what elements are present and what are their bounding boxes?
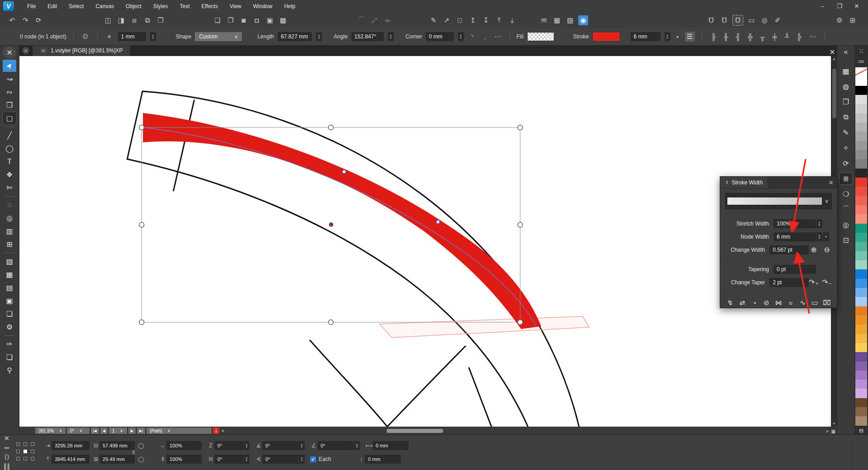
color-swatch[interactable] [855, 251, 867, 260]
rect-profile-icon[interactable]: ▭ [811, 298, 819, 308]
color-swatch[interactable] [855, 67, 867, 76]
node-width-stepper[interactable] [816, 232, 822, 241]
rotate-x-field[interactable]: 0° [262, 441, 298, 450]
distribute-icon[interactable]: ╠ [794, 32, 804, 42]
hatch-fill-icon[interactable]: ▨ [565, 15, 575, 25]
expand-stroke-icon[interactable]: ⤢ [369, 15, 379, 25]
marquee-tool[interactable]: ▢ [3, 112, 16, 124]
line-tool[interactable]: ╱ [3, 129, 16, 141]
curve-tool[interactable]: ∾ [3, 86, 16, 98]
angle-field[interactable]: 0° [317, 441, 354, 450]
color-swatch[interactable] [855, 416, 867, 425]
change-taper-field[interactable]: 2 pt [769, 278, 809, 287]
texture-tool[interactable]: ▤ [3, 282, 16, 294]
snap-distance-stepper[interactable] [150, 32, 156, 41]
node-line-icon[interactable]: ∿ [799, 298, 807, 308]
close-tab-icon[interactable]: ✕ [40, 47, 47, 54]
rotate-y-field[interactable]: 0° [262, 455, 298, 464]
color-swatch[interactable] [855, 343, 867, 352]
expand-bar-icon[interactable]: > [826, 429, 829, 434]
close-tools-icon[interactable]: ✕ [3, 47, 16, 59]
collapse-dock-icon[interactable]: « [840, 46, 852, 58]
bars-icon[interactable]: ∥∥ [2, 462, 12, 470]
swatch-grid-icon[interactable]: ⁙ [856, 46, 866, 56]
snap-selected-icon[interactable]: ℧ [732, 15, 743, 26]
more-align-icon[interactable]: ⋯ [808, 32, 818, 42]
color-swatch[interactable] [855, 122, 867, 132]
skew-y-stepper[interactable] [243, 455, 250, 464]
preferences-icon[interactable]: ⚙ [835, 15, 844, 25]
isolate-icon[interactable]: ⊡ [455, 15, 465, 25]
width-ratio-icon[interactable]: ◯ [137, 442, 145, 449]
gradient-tool[interactable]: ▧ [3, 255, 16, 268]
x-position-field[interactable]: 3295.26 mm [52, 441, 90, 450]
rings-tool[interactable]: ◎ [3, 212, 16, 224]
collapse-bar-icon[interactable]: < [221, 428, 224, 433]
delete-profile-icon[interactable]: ⌧ [823, 298, 831, 308]
corner-round-icon[interactable]: ◝ [467, 32, 477, 42]
frame-icon[interactable]: ▭ [746, 15, 756, 25]
offset-x-field[interactable]: 0 mm [373, 441, 409, 450]
scale-y-field[interactable]: 100% [166, 455, 202, 464]
color-swatch[interactable] [855, 159, 867, 168]
align-center-h-icon[interactable]: ╫ [721, 32, 731, 42]
increase-width-icon[interactable]: ⊕ [809, 245, 819, 255]
vertical-scroll-thumb[interactable] [832, 69, 836, 118]
menu-canvas[interactable]: Canvas [90, 3, 120, 9]
workspace-icon[interactable]: ⊞ [848, 15, 858, 25]
fill-swatch[interactable] [527, 32, 554, 41]
patch-tool[interactable]: ▥ [3, 225, 16, 237]
taper-add-icon[interactable]: ↷₊ [809, 277, 819, 287]
length-stepper[interactable] [316, 32, 322, 41]
last-page-button[interactable]: ▶| [137, 428, 145, 434]
disable-width-icon[interactable]: ⊘ [762, 298, 770, 308]
path-selector-dropdown[interactable]: {Path} [146, 428, 212, 434]
color-swatch[interactable] [855, 141, 867, 150]
snap-distance-field[interactable]: 1 mm [118, 32, 146, 41]
close-panel-icon[interactable]: ✕ [2, 434, 12, 442]
align-center-v-icon[interactable]: ╪ [770, 32, 780, 42]
color-swatch[interactable] [855, 380, 867, 389]
stroke-swatch[interactable] [593, 32, 620, 41]
color-swatch[interactable] [855, 224, 867, 233]
boolean-trim-icon[interactable]: ▩ [278, 15, 288, 25]
repeat-panel-icon[interactable]: ⟳ [840, 157, 852, 169]
color-swatch[interactable] [855, 334, 867, 343]
corner-field[interactable]: 0 mm [426, 32, 454, 41]
envelope-icon[interactable]: ✉ [539, 15, 549, 25]
stroke-settings-icon[interactable]: ☰ [685, 32, 695, 42]
taper-remove-icon[interactable]: ↷₋ [822, 277, 832, 287]
more-corner-options-icon[interactable]: ⋯ [493, 32, 503, 42]
stretch-width-field[interactable]: 100% [774, 219, 816, 228]
color-swatch[interactable] [855, 352, 867, 361]
align-bottom-icon[interactable]: ╨ [782, 32, 792, 42]
stroke-width-field[interactable]: 6 mm [631, 32, 660, 41]
height-ratio-icon[interactable]: ◯ [137, 456, 145, 462]
dropper-tool[interactable]: ✑ [3, 338, 16, 350]
y-position-field[interactable]: 3845.414 mm [52, 455, 90, 464]
wave-profile-icon[interactable]: ≈ [787, 298, 795, 308]
color-swatch[interactable] [855, 132, 867, 141]
circles-panel-icon[interactable]: ❍ [840, 188, 852, 200]
boolean-exclude-icon[interactable]: ◘ [252, 15, 262, 25]
color-swatch[interactable] [855, 187, 867, 196]
color-swatch[interactable] [855, 113, 867, 122]
align-anchor-icon[interactable]: ╬ [745, 32, 755, 42]
maximize-icon[interactable]: ❐ [831, 1, 848, 12]
shapes-tool[interactable]: ❏ [3, 308, 16, 320]
each-checkbox[interactable] [310, 456, 316, 462]
scroll-down-icon[interactable]: ▼ [832, 422, 836, 426]
mirror-icon[interactable]: ◫ [103, 15, 113, 25]
color-swatch[interactable] [855, 315, 867, 324]
menu-text[interactable]: Text [174, 3, 195, 9]
dad-badge-icon[interactable]: ◍ [840, 80, 852, 92]
ellipse-tool[interactable]: ◯ [3, 142, 16, 155]
color-swatch[interactable] [855, 371, 867, 380]
boolean-intersect-icon[interactable]: ◙ [239, 15, 249, 25]
redo-icon[interactable]: ↷ [20, 15, 30, 25]
skew-x-field[interactable]: 0° [214, 441, 243, 450]
flip-pages-tool[interactable]: ❐ [3, 99, 16, 111]
color-swatch[interactable] [855, 398, 867, 407]
color-swatch[interactable] [855, 150, 867, 159]
horizontal-scroll-thumb[interactable] [387, 429, 443, 433]
